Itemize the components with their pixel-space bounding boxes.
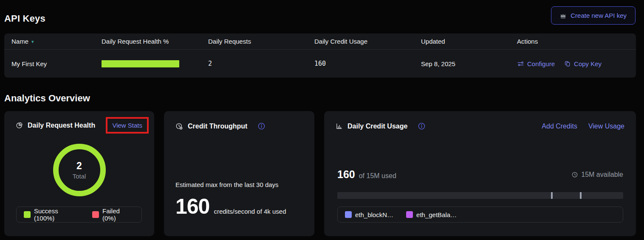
legend-item-success: Success (100%) [24,207,79,222]
credit-throughput-title: Credit Throughput [188,123,247,130]
view-stats-link[interactable]: View Stats [112,122,142,129]
updated-cell: Sep 8, 2025 [421,60,517,67]
usage-bar-marker-1 [551,192,553,199]
request-health-donut: 2 Total [53,143,106,197]
pie-chart-icon [16,122,23,129]
copy-key-link[interactable]: Copy Key [564,60,602,67]
column-header-requests: Daily Requests [208,38,314,45]
info-icon[interactable] [418,122,426,130]
daily-credit-usage-title: Daily Credit Usage [347,123,407,130]
legend-item-eth-blocknumber: eth_blockN… [345,211,393,218]
total-requests-value: 2 [76,160,82,172]
credits-available-label: 15M available [581,171,623,179]
table-header-row: Name ▾ Daily Request Health % Daily Requ… [4,33,636,50]
annotation-highlight: View Stats [106,117,149,134]
health-bar-cell [102,60,208,67]
credit-usage-bar [337,192,623,199]
bar-chart-icon [336,123,343,130]
failed-label: Failed (0%) [102,207,134,222]
column-header-name[interactable]: Name ▾ [11,38,102,45]
total-requests-label: Total [73,173,86,180]
throughput-unit: credits/second of 4k used [214,208,286,215]
eth-blocknumber-label: eth_blockN… [355,211,393,218]
analytics-overview-title: Analytics Overview [4,93,90,104]
configure-label: Configure [527,60,555,67]
column-header-health: Daily Request Health % [102,38,208,45]
column-header-credit-usage: Daily Credit Usage [314,38,421,45]
table-row: My First Key 2 160 Sep 8, 2025 Configure… [4,50,636,78]
daily-request-health-card: Daily Request Health View Stats 2 Total … [4,111,154,236]
api-keys-table: Name ▾ Daily Request Health % Daily Requ… [4,33,636,78]
credits-used-suffix: of 15M used [359,172,396,180]
credit-throughput-card: Credit Throughput Estimated max from the… [164,111,314,236]
daily-request-health-title: Daily Request Health [28,122,95,129]
add-credits-link[interactable]: Add Credits [542,123,577,130]
health-bar-track [102,60,179,67]
eth-blocknumber-swatch [345,211,352,218]
info-icon[interactable] [257,122,266,130]
throughput-subtitle: Estimated max from the last 30 days [175,181,279,188]
column-header-actions: Actions [517,38,629,45]
usage-bar-marker-2 [580,192,582,199]
eth-getbalance-label: eth_getBala… [416,211,457,218]
throughput-value: 160 [175,194,209,219]
legend-item-eth-getbalance: eth_getBala… [406,211,457,218]
daily-credit-usage-cell: 160 [314,60,421,67]
clock-icon [571,171,578,178]
create-api-key-button[interactable]: Create new API key [551,6,636,25]
copy-icon [564,60,571,67]
sort-caret-icon: ▾ [31,39,34,44]
column-header-name-label: Name [11,38,28,45]
create-api-key-label: Create new API key [571,12,627,19]
column-header-updated: Updated [421,38,517,45]
health-bar-fill [102,60,179,67]
actions-cell: Configure Copy Key [517,60,629,67]
daily-requests-cell: 2 [208,60,314,67]
daily-credit-usage-card: Daily Credit Usage Add Credits View Usag… [324,111,636,236]
credit-usage-legend: eth_blockN… eth_getBala… [337,207,623,223]
copy-key-label: Copy Key [574,60,602,67]
analytics-cards: Daily Request Health View Stats 2 Total … [4,111,636,236]
success-label: Success (100%) [34,207,79,222]
eth-getbalance-swatch [406,211,413,218]
page-title: API Keys [4,13,45,24]
key-name-cell: My First Key [11,60,102,67]
failed-swatch [92,211,99,218]
credits-used-value: 160 [337,168,355,181]
gauge-icon [175,123,183,130]
configure-link[interactable]: Configure [517,60,555,67]
view-usage-link[interactable]: View Usage [588,123,624,130]
health-legend: Success (100%) Failed (0%) [16,207,142,223]
legend-item-failed: Failed (0%) [92,207,134,222]
sliders-icon [517,60,524,67]
success-swatch [24,211,31,218]
crown-icon [560,13,566,19]
